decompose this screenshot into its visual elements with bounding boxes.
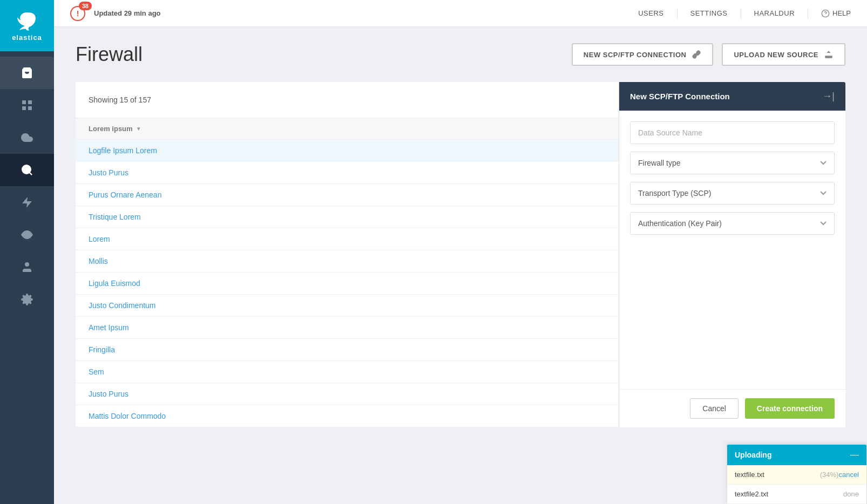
upload-done-2: done [843,490,859,498]
side-panel-header: New SCP/FTP Connection →| [619,82,845,111]
link-icon [692,50,701,59]
sidebar-item-basket[interactable] [0,57,54,89]
upload-filename-1: textfile.txt [735,471,818,479]
authentication-select[interactable]: Authentication (Key Pair) Key Pair Passw… [630,212,835,235]
nav-user[interactable]: HARALDUR [754,9,795,17]
svg-rect-3 [28,106,32,110]
sidebar-nav [0,57,54,316]
upload-minimize-button[interactable]: — [850,450,859,460]
sidebar-item-lightning[interactable] [0,186,54,219]
svg-rect-2 [22,106,26,110]
sidebar-item-grid[interactable] [0,89,54,121]
svg-rect-0 [22,100,26,104]
cloud-icon [21,131,33,144]
help-button[interactable]: HELP [821,9,851,18]
topbar-nav: USERS SETTINGS HARALDUR HELP [638,8,851,19]
svg-marker-7 [22,197,32,208]
svg-point-8 [25,233,29,236]
topbar-updated: Updated 29 min ago [94,9,161,17]
upload-icon [824,50,834,59]
firewall-type-select[interactable]: Firewall type [630,152,835,174]
topbar: ! 38 Updated 29 min ago USERS SETTINGS H… [54,0,867,27]
transport-type-select[interactable]: Transport Type (SCP) SCP FTP [630,182,835,205]
page-header: Firewall NEW SCP/FTP CONNECTION UPLOAD N… [76,43,845,66]
upload-cancel-link-1[interactable]: cancel [838,471,859,479]
topbar-divider-2 [741,8,741,19]
sidebar-item-user[interactable] [0,251,54,283]
alert-icon-wrapper: ! 38 [70,6,85,21]
topbar-divider [677,8,678,19]
upload-panel: Uploading — textfile.txt (34%) cancel te… [727,444,867,504]
upload-title: Uploading [735,451,771,459]
upload-header: Uploading — [727,445,866,465]
search-icon [21,164,33,176]
basket-icon [21,66,33,79]
side-panel-footer: Cancel Create connection [619,389,845,427]
help-label: HELP [832,9,851,17]
help-icon [821,9,830,18]
lightning-icon [21,196,33,209]
svg-rect-1 [28,100,32,104]
showing-text: Showing 15 of 157 [89,96,691,104]
upload-item-1: textfile.txt (34%) cancel [727,465,866,485]
side-panel-close-button[interactable]: →| [822,91,835,102]
sidebar-item-eye[interactable] [0,219,54,251]
sidebar: elastica [0,0,54,504]
sidebar-item-search[interactable] [0,154,54,186]
upload-filename-2: textfile2.txt [735,490,843,498]
side-panel: New SCP/FTP Connection →| Firewall type … [619,82,845,427]
topbar-divider-3 [808,8,808,19]
alert-badge: 38 [79,2,92,10]
settings-icon [21,293,33,306]
main-wrapper: ! 38 Updated 29 min ago USERS SETTINGS H… [54,0,867,504]
nav-settings[interactable]: SETTINGS [690,9,728,17]
side-panel-body: Firewall type Transport Type (SCP) SCP F… [619,111,845,389]
cancel-button[interactable]: Cancel [690,398,739,419]
nav-users[interactable]: USERS [638,9,663,17]
data-source-name-input[interactable] [630,121,835,144]
main-panel: Showing 15 of 157 Lorem ipsum ▼ Actions … [76,82,845,427]
grid-icon [21,99,33,112]
create-connection-button[interactable]: Create connection [745,398,835,419]
upload-source-button[interactable]: UPLOAD NEW SOURCE [722,43,845,66]
header-buttons: NEW SCP/FTP CONNECTION UPLOAD NEW SOURCE [572,43,845,66]
topbar-alert: ! 38 Updated 29 min ago [70,6,161,21]
content: Firewall NEW SCP/FTP CONNECTION UPLOAD N… [54,27,867,504]
logo[interactable]: elastica [0,0,54,51]
upload-item-2: textfile2.txt done [727,485,866,504]
logo-text: elastica [12,33,42,42]
side-panel-title: New SCP/FTP Connection [630,92,730,101]
sort-arrow-icon[interactable]: ▼ [136,126,141,132]
logo-bird-icon [16,10,38,31]
new-scp-button[interactable]: NEW SCP/FTP CONNECTION [572,43,714,66]
page-title: Firewall [76,43,572,66]
upload-pct-1: (34%) [820,471,839,479]
svg-point-9 [25,262,29,267]
eye-icon [21,228,33,241]
sidebar-item-settings[interactable] [0,283,54,316]
sidebar-item-cloud[interactable] [0,121,54,154]
user-icon [21,261,33,274]
